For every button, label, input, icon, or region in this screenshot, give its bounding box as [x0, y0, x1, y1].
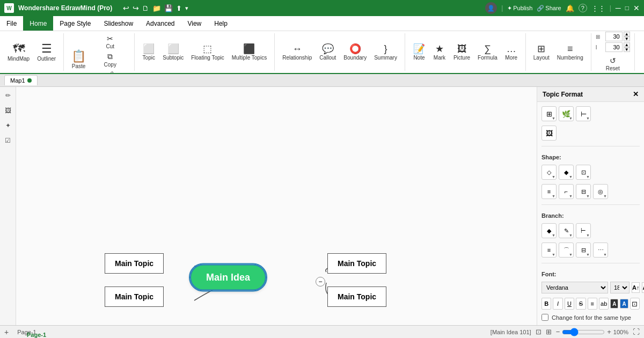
shadow-btn[interactable]: ◎▼ [593, 184, 608, 199]
redo-btn[interactable]: ↪ [133, 4, 139, 12]
menu-advanced[interactable]: Advanced [140, 16, 181, 31]
format-tool-btn[interactable]: ✏ [2, 89, 14, 102]
line-style-btn[interactable]: ≡▼ [541, 184, 557, 199]
image-panel-btn[interactable]: 🖼 [541, 126, 557, 141]
mindmap-btn[interactable]: 🗺 MindMap [4, 41, 33, 63]
effects-tool-btn[interactable]: ✦ [2, 119, 14, 132]
fit-page-btn[interactable]: ⊡ [536, 328, 541, 336]
topic-bottom-right[interactable]: Main Topic [327, 286, 386, 307]
strikethrough-btn[interactable]: S [576, 298, 586, 310]
menu-file[interactable]: File [0, 16, 23, 31]
mark-btn[interactable]: ★ Mark [430, 42, 449, 62]
picture-btn[interactable]: 🖼 Picture [450, 42, 473, 62]
topic-top-left[interactable]: Main Topic [105, 253, 164, 274]
image-tool-btn[interactable]: 🖼 [2, 104, 14, 117]
branch-fill-btn[interactable]: ◆▼ [541, 223, 557, 238]
help-icon[interactable]: ? [579, 4, 587, 12]
main-idea-node[interactable]: Main Idea [190, 264, 266, 291]
zoom-slider[interactable] [562, 328, 605, 336]
zoom-out-btn[interactable]: − [556, 328, 560, 336]
add-page-btn[interactable]: + [4, 328, 9, 336]
topic-btn[interactable]: ⬜ Topic [139, 42, 158, 62]
open-file-btn[interactable]: 📁 [152, 4, 161, 12]
publish-button[interactable]: ✦ Publish [507, 5, 532, 12]
copy-btn[interactable]: ⧉ Copy [90, 51, 130, 69]
menu-page-style[interactable]: Page Style [53, 16, 97, 31]
fit-selection-btn[interactable]: ⊞ [546, 328, 552, 336]
branch-connect-btn[interactable]: ⊢▼ [576, 223, 591, 238]
zoom-in-btn[interactable]: + [607, 328, 611, 336]
size-top-input[interactable] [605, 32, 623, 41]
notification-icon[interactable]: 🔔 [566, 4, 574, 12]
callout-btn[interactable]: 💬 Callout [316, 42, 339, 62]
font-color2-btn[interactable]: A [620, 299, 628, 308]
connector-style-btn[interactable]: ⊢▼ [576, 106, 591, 121]
shape-effect-btn[interactable]: ⊡▼ [576, 165, 591, 180]
more-font-btn[interactable]: ⊡ [630, 298, 640, 310]
numbering-btn[interactable]: ≡ Numbering [554, 42, 587, 62]
floating-topic-btn[interactable]: ⬚ Floating Topic [188, 42, 228, 62]
outliner-btn[interactable]: ☰ Outliner [34, 41, 59, 63]
menu-home[interactable]: Home [23, 16, 53, 31]
multiple-topics-btn[interactable]: ⬛ Multiple Topics [229, 42, 270, 62]
format-painter-btn[interactable]: 🖌 Format Painter [90, 69, 130, 74]
size-bottom-down[interactable]: ▼ [624, 47, 630, 52]
check-tool-btn[interactable]: ☑ [2, 134, 14, 147]
save-file-btn[interactable]: 💾 [164, 4, 173, 12]
border-btn[interactable]: ⊟▼ [576, 184, 591, 199]
share-button[interactable]: 🔗 Share [537, 5, 561, 12]
relationship-btn[interactable]: ↔ Relationship [279, 42, 315, 62]
new-file-btn[interactable]: 🗋 [142, 4, 149, 12]
italic-btn[interactable]: I [553, 298, 562, 310]
canvas[interactable]: Main Topic Main Topic Main Idea − Main T… [16, 87, 537, 325]
summary-btn[interactable]: } Summary [371, 42, 400, 62]
full-screen-btn[interactable]: ⛶ [633, 328, 640, 336]
more-actions-btn[interactable]: ▾ [185, 5, 188, 12]
reset-btn[interactable]: ↺ Reset [604, 55, 622, 72]
font-shrink-btn[interactable]: A↓ [642, 282, 644, 293]
tab-map1[interactable]: Map1 [4, 75, 38, 85]
avatar[interactable]: 👤 [485, 2, 497, 14]
size-bottom-input[interactable] [605, 42, 623, 52]
align-btn[interactable]: ≡ [588, 298, 597, 310]
highlight-btn[interactable]: ab [599, 298, 609, 310]
change-font-checkbox[interactable] [541, 314, 548, 321]
branch-dots-btn[interactable]: ⋯▼ [593, 243, 608, 258]
hierarchy-btn[interactable]: 🌿▼ [559, 106, 574, 121]
layout-btn[interactable]: ⊞ Layout [530, 42, 553, 62]
more-tools-btn[interactable]: … More [502, 42, 521, 62]
boundary-btn[interactable]: ⭕ Boundary [340, 42, 370, 62]
collapse-button[interactable]: − [316, 277, 325, 286]
menu-slideshow[interactable]: Slideshow [97, 16, 140, 31]
undo-btn[interactable]: ↩ [123, 4, 129, 12]
menu-help[interactable]: Help [208, 16, 234, 31]
corner-btn[interactable]: ⌐▼ [559, 184, 574, 199]
font-grow-btn[interactable]: A↑ [632, 282, 640, 293]
branch-edit-btn[interactable]: ✎▼ [559, 223, 574, 238]
size-top-up[interactable]: ▲ [624, 32, 630, 36]
topic-top-right[interactable]: Main Topic [327, 253, 386, 274]
layout-grid-btn[interactable]: ⊞▼ [541, 106, 557, 121]
export-btn[interactable]: ⬆ [176, 4, 182, 12]
note-btn[interactable]: 📝 Note [409, 42, 429, 62]
size-bottom-up[interactable]: ▲ [624, 42, 630, 47]
subtopic-btn[interactable]: ⬜ Subtopic [159, 42, 187, 62]
topic-bottom-left[interactable]: Main Topic [105, 286, 164, 307]
shape-fill-btn[interactable]: ◇▼ [541, 165, 557, 180]
font-size-select[interactable]: 18 12 14 16 20 24 [610, 282, 630, 293]
cut-btn[interactable]: ✂ Cut [90, 33, 130, 50]
formula-btn[interactable]: ∑ Formula [474, 42, 501, 62]
branch-line-btn[interactable]: ≡▼ [541, 243, 557, 258]
branch-curve-btn[interactable]: ⌒▼ [559, 243, 574, 258]
font-color-btn[interactable]: A [610, 299, 618, 308]
apps-icon[interactable]: ⋮⋮ [591, 4, 605, 12]
underline-btn[interactable]: U [565, 298, 574, 310]
minimize-btn[interactable]: ─ [616, 4, 621, 12]
branch-arrow-btn[interactable]: ⊟▼ [576, 243, 591, 258]
shape-outline-btn[interactable]: ◆▼ [559, 165, 574, 180]
bold-btn[interactable]: B [541, 298, 551, 310]
size-top-down[interactable]: ▼ [624, 36, 630, 41]
font-family-select[interactable]: Verdana Arial Times New Roman [541, 282, 608, 293]
paste-btn[interactable]: 📋 Paste [68, 49, 89, 71]
close-btn[interactable]: ✕ [633, 4, 640, 12]
